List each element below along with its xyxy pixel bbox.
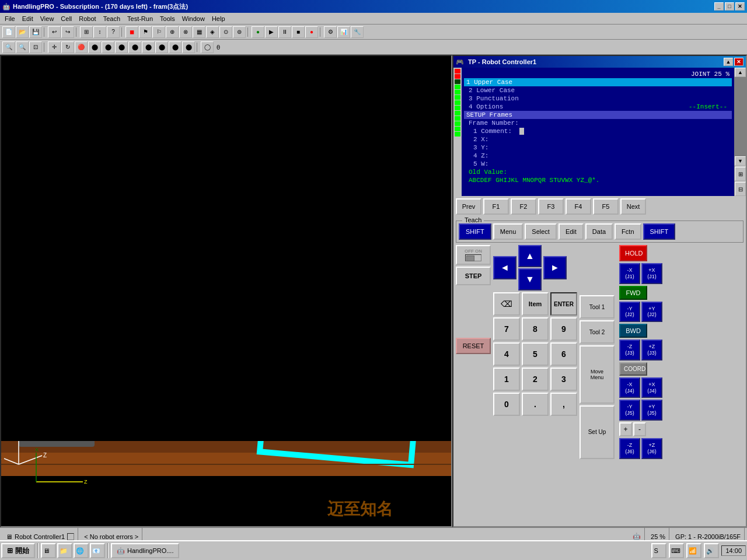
tb2-zoom-out[interactable]: 🔍 — [16, 41, 29, 53]
next-button[interactable]: Next — [620, 198, 646, 215]
tb2-zoom-fit[interactable]: ⊡ — [29, 41, 42, 53]
shift-right-button[interactable]: SHIFT — [643, 223, 676, 240]
jog-neg-z-j6[interactable]: -Z(J6) — [619, 438, 640, 459]
jog-neg-x-j1[interactable]: -X(J1) — [619, 263, 640, 284]
coord-button[interactable]: COORD — [619, 362, 647, 376]
tp-menu-item-1[interactable]: 1 Upper Case — [464, 78, 732, 86]
tb-settings[interactable]: ⚙ — [324, 26, 337, 38]
tb2-joint1[interactable]: 🔴 — [75, 41, 88, 53]
tp-scroll-up-btn[interactable]: ▲ — [735, 68, 746, 77]
tb-pause[interactable]: ⏸ — [278, 26, 291, 38]
tp-menu-item-4[interactable]: 4 Options--Insert-- — [464, 103, 732, 111]
numpad-0[interactable]: 0 — [493, 393, 520, 416]
tb-new[interactable]: 📄 — [2, 26, 15, 38]
tb2-zoom-in[interactable]: 🔍 — [2, 41, 15, 53]
start-button[interactable]: ⊞ 開始 — [1, 543, 35, 558]
tb-dot-green[interactable]: ● — [252, 26, 264, 38]
f2-button[interactable]: F2 — [511, 198, 536, 215]
tool1-button[interactable]: Tool 1 — [580, 295, 615, 318]
tb2-joint4[interactable]: ⬤ — [115, 41, 128, 53]
reset-button[interactable]: RESET — [456, 338, 491, 354]
jog-pos-z-j6[interactable]: +Z(J6) — [641, 438, 662, 459]
tool2-button[interactable]: Tool 2 — [580, 320, 615, 344]
hold-button[interactable]: HOLD — [619, 245, 647, 261]
menu-robot[interactable]: Robot — [75, 14, 99, 23]
numpad-4[interactable]: 4 — [493, 342, 520, 366]
f5-button[interactable]: F5 — [593, 198, 619, 215]
menu-tools[interactable]: Tools — [156, 14, 179, 23]
numpad-5[interactable]: 5 — [522, 342, 549, 366]
jog-pos-y-j5[interactable]: +Y(J5) — [641, 400, 662, 421]
quicklaunch-3[interactable]: 🌐 — [74, 543, 89, 558]
menu-help[interactable]: Help — [208, 14, 229, 23]
tb-extra[interactable]: 🔧 — [351, 26, 364, 38]
quicklaunch-4[interactable]: 📧 — [90, 543, 105, 558]
tb2-joint8[interactable]: ⬤ — [169, 41, 181, 53]
menu-teach[interactable]: Teach — [100, 14, 124, 23]
tb-run2[interactable]: ⚑ — [139, 26, 152, 38]
numpad-9[interactable]: 9 — [550, 317, 577, 341]
tb-save[interactable]: 💾 — [29, 26, 42, 38]
numpad-comma[interactable]: , — [550, 393, 577, 416]
tb-run4[interactable]: ⊕ — [166, 26, 179, 38]
numpad-6[interactable]: 6 — [550, 342, 577, 366]
tray-keyboard[interactable]: ⌨ — [669, 543, 684, 558]
numpad-8[interactable]: 8 — [522, 317, 549, 341]
menu-window[interactable]: Window — [179, 14, 208, 23]
tp-menu-item-2[interactable]: 2 Lower Case — [464, 86, 732, 94]
tb-run9[interactable]: ⊚ — [233, 26, 246, 38]
menu-button[interactable]: Menu — [493, 223, 523, 240]
jog-pos-x-j4[interactable]: +X(J4) — [641, 377, 662, 398]
jog-neg-z-j3[interactable]: -Z(J3) — [619, 340, 640, 360]
tray-network[interactable]: 📶 — [686, 543, 701, 558]
numpad-7[interactable]: 7 — [493, 317, 520, 341]
tb-run5[interactable]: ⊗ — [179, 26, 192, 38]
tb2-move[interactable]: ✛ — [48, 41, 61, 53]
tb-run3[interactable]: ⚐ — [152, 26, 165, 38]
tp-scrollup[interactable]: ▲ — [724, 58, 733, 66]
select-button[interactable]: Select — [525, 223, 557, 240]
step-button[interactable]: STEP — [456, 267, 491, 285]
menu-file[interactable]: File — [1, 14, 19, 23]
up-button[interactable]: ▲ — [518, 245, 542, 267]
tb2-joint9[interactable]: ⬤ — [182, 41, 195, 53]
tray-s[interactable]: S — [651, 543, 666, 558]
backspace-button[interactable]: ⌫ — [493, 292, 520, 316]
close-button[interactable]: ✕ — [735, 2, 745, 10]
tb2-joint5[interactable]: ⬤ — [128, 41, 141, 53]
viewport-3d[interactable]: Z Y X Z X 迈至知名 — [0, 55, 452, 527]
jog-neg-y-j2[interactable]: -Y(J2) — [619, 302, 640, 323]
taskbar-handling-pro[interactable]: 🤖 HandlingPRO.... — [111, 543, 179, 558]
numpad-dot[interactable]: . — [522, 393, 549, 416]
menu-cell[interactable]: Cell — [57, 14, 75, 23]
tb-chart[interactable]: 📊 — [337, 26, 350, 38]
quicklaunch-1[interactable]: 🖥 — [41, 543, 56, 558]
tb2-joint7[interactable]: ⬤ — [155, 41, 168, 53]
f1-button[interactable]: F1 — [483, 198, 509, 215]
jog-neg-y-j5[interactable]: -Y(J5) — [619, 400, 640, 421]
tp-scroll-down-btn[interactable]: ▼ — [735, 156, 746, 166]
menu-testrun[interactable]: Test-Run — [124, 14, 156, 23]
onoff-button[interactable]: OFF ON — [456, 245, 491, 265]
bwd-button[interactable]: BWD — [619, 324, 647, 338]
f4-button[interactable]: F4 — [566, 198, 591, 215]
maximize-button[interactable]: □ — [725, 2, 734, 10]
tb-redo[interactable]: ↪ — [61, 26, 74, 38]
tb-btn2[interactable]: ↕ — [93, 26, 106, 38]
fctn-button[interactable]: Fctn — [615, 223, 641, 240]
minimize-button[interactable]: _ — [714, 2, 724, 10]
enter-button[interactable]: ENTER — [550, 292, 577, 316]
tb-undo[interactable]: ↩ — [48, 26, 61, 38]
fwd-button[interactable]: FWD — [619, 286, 647, 300]
tb2-joint6[interactable]: ⬤ — [142, 41, 155, 53]
setup-button[interactable]: Set Up — [580, 405, 615, 459]
menu-view[interactable]: View — [37, 14, 58, 23]
tb-run6[interactable]: ▦ — [193, 26, 205, 38]
percent-down-button[interactable]: - — [633, 422, 646, 436]
shift-left-button[interactable]: SHIFT — [459, 223, 491, 240]
tb-record[interactable]: ● — [305, 26, 318, 38]
f3-button[interactable]: F3 — [538, 198, 564, 215]
item-button[interactable]: Item — [522, 292, 549, 316]
tb2-joint3[interactable]: ⬤ — [102, 41, 114, 53]
tb2-rotate[interactable]: ↻ — [61, 41, 74, 53]
